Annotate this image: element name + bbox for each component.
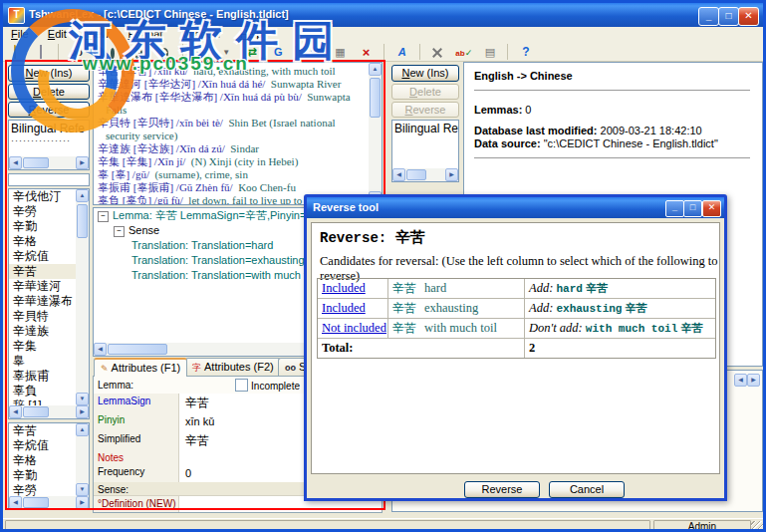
lemma-list: 辛伐他汀 辛勞 辛勤 辛格 辛烷值 辛苦 辛華達河 辛華達瀑布 辛貝特 辛達族 … bbox=[8, 188, 90, 419]
reverse-heading: Reverse: 辛苦 bbox=[320, 228, 425, 247]
reference-hscrollbar[interactable]: ◀ ▶ bbox=[9, 156, 89, 169]
field-label: Notes bbox=[94, 450, 179, 464]
spellcheck-icon[interactable]: ab✓ bbox=[453, 44, 474, 62]
lemma-list-item[interactable]: 辛勤 bbox=[9, 219, 76, 234]
not-included-link[interactable]: Not included bbox=[322, 321, 386, 335]
lemma-list-item-selected[interactable]: 辛苦 bbox=[9, 264, 76, 279]
lemma-list-item[interactable]: 辛烷值 bbox=[9, 249, 76, 264]
tab-attributes-f1[interactable]: ✎Attributes (F1) bbox=[94, 358, 187, 377]
secondary-list-hscrollbar[interactable]: ◀ ▶ bbox=[9, 496, 89, 509]
modified-line: Database last modified: 2009-03-21 18:42… bbox=[474, 125, 702, 136]
minimize-button[interactable]: _ bbox=[698, 7, 719, 26]
preview-vscrollbar[interactable]: ▲ ▼ bbox=[369, 63, 382, 204]
zoom-out-icon[interactable]: − bbox=[153, 44, 174, 62]
lemma-list-item[interactable]: 辛勞 bbox=[9, 204, 76, 219]
statistics-icon[interactable]: ▂▅▇ bbox=[304, 44, 325, 62]
collapse-icon: − bbox=[114, 226, 125, 237]
filter-icon[interactable]: ▼ bbox=[216, 44, 237, 62]
lemma-list-item[interactable]: 辜負 bbox=[9, 384, 76, 399]
reverse-icon[interactable]: ⇄ bbox=[242, 44, 263, 62]
dialog-minimize-button[interactable]: _ bbox=[665, 200, 684, 217]
left-delete-button[interactable]: Delete bbox=[8, 84, 90, 100]
lemma-list-item[interactable]: 辛達族 bbox=[9, 324, 76, 339]
secondary-list-item[interactable]: 辛勤 bbox=[9, 468, 76, 483]
resize-grip[interactable] bbox=[751, 521, 763, 532]
lemma-list-item[interactable]: 辜振甫 bbox=[9, 369, 76, 384]
help-icon[interactable]: ? bbox=[516, 44, 537, 62]
reference-hscrollbar[interactable]: ◀ ▶ bbox=[392, 168, 458, 181]
menu-help[interactable]: Help bbox=[232, 27, 271, 43]
lemma-list-item[interactable]: 辛伐他汀 bbox=[9, 189, 76, 204]
scroll-up-icon: ▲ bbox=[369, 63, 382, 76]
format-font-icon[interactable]: A bbox=[391, 44, 412, 62]
menu-view[interactable]: View bbox=[78, 27, 118, 43]
secondary-list-vscrollbar[interactable]: ▲ ▼ bbox=[76, 423, 89, 496]
print-icon[interactable] bbox=[30, 44, 51, 62]
dialog-maximize-button[interactable]: □ bbox=[683, 200, 702, 217]
scroll-right-icon: ▶ bbox=[76, 496, 89, 509]
google-icon[interactable]: G bbox=[268, 44, 289, 62]
tools-icon[interactable] bbox=[427, 44, 448, 62]
status-message-cell bbox=[5, 520, 650, 532]
secondary-list-item[interactable]: 辛烷值 bbox=[9, 438, 76, 453]
zoom-icon[interactable] bbox=[102, 44, 123, 62]
secondary-list-item[interactable]: 辛苦 bbox=[9, 423, 76, 438]
left-reverse-button[interactable]: Reverse bbox=[8, 102, 90, 118]
lemma-list-item[interactable]: 辛華達瀑布 bbox=[9, 294, 76, 309]
direction-label: English -> Chinese bbox=[474, 70, 573, 82]
secondary-list-item[interactable]: 辛勞 bbox=[9, 483, 76, 496]
title-bar: T TshwaneLex - [c:\CEDICT Chinese - Engl… bbox=[3, 3, 763, 27]
left-reference-list[interactable]: Bilingual Refe ··············· ◀ ▶ bbox=[8, 120, 90, 170]
find-icon[interactable]: oo bbox=[66, 44, 87, 62]
collapse-icon: − bbox=[98, 211, 109, 222]
tab-scroller[interactable]: ◀▶ bbox=[734, 372, 760, 387]
left-new-button[interactable]: New (Ins) bbox=[8, 65, 90, 82]
add-lemma-icon[interactable]: + bbox=[190, 44, 211, 62]
menu-edit[interactable]: Edit bbox=[40, 27, 75, 43]
right-new-button[interactable]: New (Ins) bbox=[391, 65, 459, 82]
dialog-reverse-button[interactable]: Reverse bbox=[464, 481, 540, 498]
lemma-list-item[interactable]: 辞 [1] bbox=[9, 399, 76, 405]
total-label: Total: bbox=[318, 339, 524, 358]
total-value: 2 bbox=[524, 339, 715, 358]
scroll-left-icon: ◀ bbox=[9, 496, 22, 509]
included-link[interactable]: Included bbox=[322, 281, 366, 295]
reference-list-selection[interactable]: ··············· bbox=[9, 135, 89, 145]
menu-file[interactable]: File bbox=[3, 27, 37, 43]
total-row: Total: 2 bbox=[318, 338, 715, 358]
preview-entry: 辛苦 [辛苦] /xīn kǔ/ hard, exhausting, with … bbox=[96, 65, 367, 78]
lemma-list-item[interactable]: 辠 bbox=[9, 354, 76, 369]
status-bar: Admin bbox=[3, 518, 763, 532]
dialog-cancel-button[interactable]: Cancel bbox=[549, 481, 625, 498]
lemma-list-item[interactable]: 辛貝特 bbox=[9, 309, 76, 324]
export-icon[interactable]: ▤ bbox=[479, 44, 500, 62]
dialog-title: Reverse tool bbox=[313, 201, 379, 213]
right-delete-button: Delete bbox=[391, 84, 459, 100]
date-icon[interactable]: ▦ bbox=[330, 44, 351, 62]
preview-pane: 辛苦 [辛苦] /xīn kǔ/ hard, exhausting, with … bbox=[93, 62, 383, 205]
scroll-right-icon: ▶ bbox=[76, 405, 89, 418]
left-filter-box[interactable] bbox=[8, 173, 90, 186]
delete-icon[interactable]: × bbox=[356, 44, 377, 62]
lemma-list-item[interactable]: 辛格 bbox=[9, 234, 76, 249]
dialog-close-button[interactable]: ✕ bbox=[702, 200, 721, 217]
menu-format[interactable]: Format bbox=[121, 27, 171, 43]
lemma-list-hscrollbar[interactable]: ◀ ▶ bbox=[9, 405, 89, 418]
incomplete-checkbox[interactable] bbox=[235, 379, 248, 392]
zoom-in-icon[interactable]: + bbox=[128, 44, 148, 62]
open-icon[interactable] bbox=[4, 44, 25, 62]
reverse-tool-dialog: Reverse tool _ □ ✕ Reverse: 辛苦 Candidate… bbox=[304, 194, 727, 501]
scroll-left-icon: ◀ bbox=[392, 168, 405, 181]
right-reference-list[interactable]: Bilingual Refe ◀ ▶ bbox=[391, 120, 459, 182]
scroll-right-icon: ▶ bbox=[747, 374, 760, 387]
lemma-list-item[interactable]: 辛集 bbox=[9, 339, 76, 354]
tab-attributes-f2[interactable]: 字Attributes (F2) bbox=[185, 358, 281, 376]
menu-window[interactable]: Window bbox=[173, 27, 228, 43]
preview-entry: 辛華達河 [辛华达河] /Xīn huá dá hé/ Sunwapta Riv… bbox=[96, 78, 367, 91]
lemma-list-vscrollbar[interactable]: ▲ ▼ bbox=[76, 189, 89, 405]
lemma-list-item[interactable]: 辛華達河 bbox=[9, 279, 76, 294]
close-button[interactable]: ✕ bbox=[738, 7, 759, 26]
maximize-button[interactable]: □ bbox=[718, 7, 739, 26]
included-link[interactable]: Included bbox=[322, 301, 366, 315]
secondary-list-item[interactable]: 辛格 bbox=[9, 453, 76, 468]
